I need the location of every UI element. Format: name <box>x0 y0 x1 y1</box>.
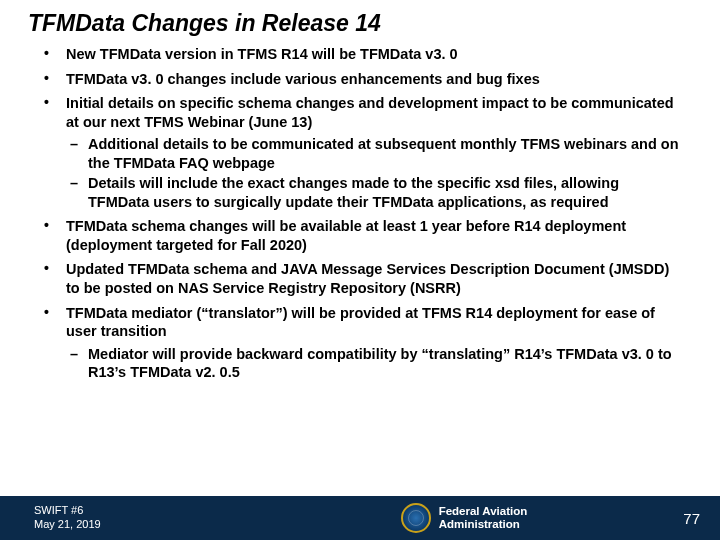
slide: TFMData Changes in Release 14 New TFMDat… <box>0 0 720 540</box>
footer-left: SWIFT #6 May 21, 2019 <box>34 504 101 532</box>
slide-body: New TFMData version in TFMS R14 will be … <box>0 45 720 496</box>
sub-bullet-item: Mediator will provide backward compatibi… <box>66 345 684 382</box>
sub-bullet-list: Mediator will provide backward compatibi… <box>66 345 684 382</box>
sub-bullet-list: Additional details to be communicated at… <box>66 135 684 211</box>
bullet-text: Updated TFMData schema and JAVA Message … <box>66 261 669 296</box>
faa-seal-icon <box>401 503 431 533</box>
bullet-item: TFMData mediator (“translator”) will be … <box>38 304 684 382</box>
bullet-item: TFMData v3. 0 changes include various en… <box>38 70 684 89</box>
slide-title: TFMData Changes in Release 14 <box>0 0 720 45</box>
bullet-text: Initial details on specific schema chang… <box>66 95 674 130</box>
bullet-item: Updated TFMData schema and JAVA Message … <box>38 260 684 297</box>
sub-bullet-item: Additional details to be communicated at… <box>66 135 684 172</box>
footer-date: May 21, 2019 <box>34 518 101 532</box>
bullet-item: New TFMData version in TFMS R14 will be … <box>38 45 684 64</box>
bullet-item: Initial details on specific schema chang… <box>38 94 684 211</box>
footer-center: Federal Aviation Administration <box>101 503 666 533</box>
agency-line1: Federal Aviation <box>439 505 528 518</box>
sub-bullet-item: Details will include the exact changes m… <box>66 174 684 211</box>
bullet-text: TFMData schema changes will be available… <box>66 218 626 253</box>
agency-line2: Administration <box>439 518 528 531</box>
page-number: 77 <box>665 510 700 527</box>
bullet-text: TFMData mediator (“translator”) will be … <box>66 305 655 340</box>
bullet-text: New TFMData version in TFMS R14 will be … <box>66 46 458 62</box>
bullet-text: TFMData v3. 0 changes include various en… <box>66 71 540 87</box>
footer-bar: SWIFT #6 May 21, 2019 Federal Aviation A… <box>0 496 720 540</box>
footer-event: SWIFT #6 <box>34 504 101 518</box>
bullet-list: New TFMData version in TFMS R14 will be … <box>38 45 684 382</box>
agency-name: Federal Aviation Administration <box>439 505 528 530</box>
bullet-item: TFMData schema changes will be available… <box>38 217 684 254</box>
